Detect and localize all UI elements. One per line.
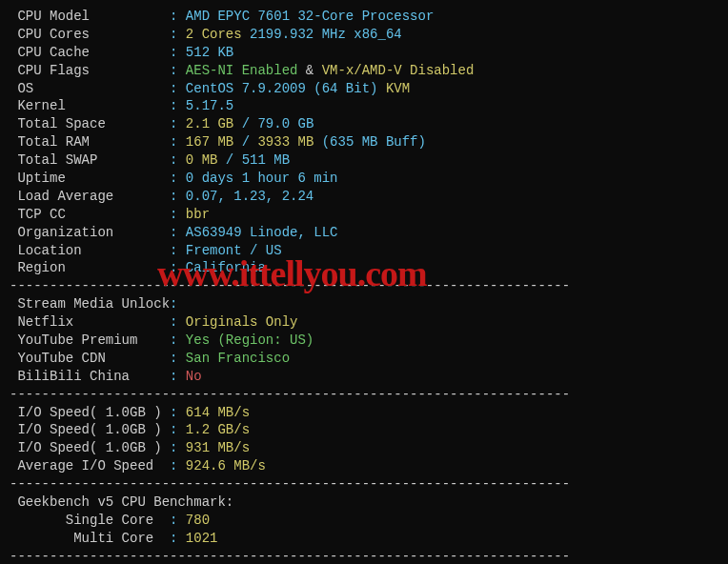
cpu-cache-row: CPU Cache : 512 KB [10, 44, 718, 62]
uptime-value: 0 days 1 hour 6 min [186, 171, 338, 186]
cpu-cores-row: CPU Cores : 2 Cores 2199.932 MHz x86_64 [10, 26, 718, 44]
separator: : [170, 440, 186, 455]
bilibili-value: No [186, 369, 202, 384]
swap-label: Total SWAP [10, 152, 170, 168]
stream-header-row: Stream Media Unlock: [10, 295, 718, 313]
separator: : [170, 116, 186, 131]
separator: : [170, 243, 186, 258]
uptime-row: Uptime : 0 days 1 hour 6 min [10, 170, 718, 188]
divider: ----------------------------------------… [10, 277, 718, 295]
youtube-premium-label: YouTube Premium [10, 332, 170, 348]
location-label: Location [10, 243, 170, 258]
separator: : [170, 45, 186, 60]
slash: / [242, 134, 258, 150]
io-speed-3-row: I/O Speed( 1.0GB ) : 931 MB/s [10, 439, 718, 457]
kernel-value: 5.17.5 [186, 98, 233, 113]
org-value: AS63949 Linode, LLC [186, 225, 338, 240]
region-label: Region [10, 260, 170, 275]
io-avg-label: Average I/O Speed [10, 458, 170, 473]
separator: : [170, 171, 186, 186]
bilibili-label: BiliBili China [10, 369, 170, 384]
io-speed-1-row: I/O Speed( 1.0GB ) : 614 MB/s [10, 404, 718, 422]
io-speed-1-value: 614 MB/s [186, 405, 250, 420]
cpu-cache-value: 512 KB [186, 45, 233, 60]
region-row: Region : California [10, 259, 718, 277]
io-speed-2-label: I/O Speed( 1.0GB ) [10, 422, 170, 437]
cpu-flags-label: CPU Flags [10, 63, 170, 78]
separator: : [170, 531, 186, 546]
org-label: Organization [10, 225, 170, 240]
space-used: 2.1 GB [186, 116, 242, 131]
amp: & [297, 63, 321, 78]
load-row: Load Average : 0.07, 1.23, 2.24 [10, 188, 718, 206]
separator: : [170, 81, 186, 96]
separator: : [170, 9, 186, 24]
youtube-cdn-label: YouTube CDN [10, 351, 170, 366]
ram-label: Total RAM [10, 134, 170, 150]
cpu-model-label: CPU Model [10, 9, 170, 24]
cpu-frequency: 2199.932 MHz [250, 27, 354, 42]
separator: : [170, 351, 186, 366]
io-speed-3-label: I/O Speed( 1.0GB ) [10, 440, 170, 455]
geekbench-multi-label: Multi Core [10, 531, 170, 546]
separator: : [170, 63, 186, 78]
separator: : [170, 405, 186, 420]
tcp-label: TCP CC [10, 207, 170, 222]
bilibili-row: BiliBili China : No [10, 368, 718, 386]
separator: : [170, 513, 186, 528]
geekbench-multi-value: 1021 [186, 531, 218, 546]
cpu-model-value: AMD EPYC 7601 32-Core Processor [186, 9, 434, 24]
separator: : [170, 98, 186, 113]
separator: : [170, 207, 186, 222]
tcp-value: bbr [186, 207, 210, 222]
cpu-arch: x86_64 [354, 27, 401, 42]
separator: : [170, 458, 186, 473]
org-row: Organization : AS63949 Linode, LLC [10, 224, 718, 242]
ram-total: 3933 MB [257, 134, 321, 150]
io-speed-2-row: I/O Speed( 1.0GB ) : 1.2 GB/s [10, 421, 718, 439]
divider: ----------------------------------------… [10, 475, 718, 494]
separator: : [170, 152, 186, 168]
space-label: Total Space [10, 116, 170, 131]
separator: : [170, 27, 186, 42]
separator: : [170, 260, 186, 275]
youtube-cdn-value: San Francisco [186, 351, 290, 366]
space-total: 79.0 GB [257, 116, 313, 131]
ram-used: 167 MB [186, 134, 242, 150]
ram-buff: (635 MB Buff) [322, 134, 426, 150]
netflix-row: Netflix : Originals Only [10, 313, 718, 332]
netflix-value: Originals Only [186, 314, 298, 330]
slash: / [242, 116, 258, 131]
separator: : [170, 134, 186, 150]
separator: : [170, 314, 186, 330]
os-value: CentOS 7.9.2009 (64 Bit) [186, 81, 378, 96]
geekbench-single-row: Single Core : 780 [10, 512, 718, 530]
load-label: Load Average [10, 189, 170, 204]
io-speed-1-label: I/O Speed( 1.0GB ) [10, 405, 170, 420]
separator: : [170, 369, 186, 384]
youtube-premium-row: YouTube Premium : Yes (Region: US) [10, 332, 718, 350]
slash: / [226, 152, 242, 168]
io-speed-2-value: 1.2 GB/s [186, 422, 250, 437]
divider: ----------------------------------------… [10, 386, 718, 404]
os-label: OS [10, 81, 170, 96]
io-speed-3-value: 931 MB/s [186, 440, 250, 455]
swap-row: Total SWAP : 0 MB / 511 MB [10, 151, 718, 170]
region-value: California [186, 260, 266, 275]
geekbench-header-text: Geekbench v5 CPU Benchmark: [10, 494, 233, 510]
ram-row: Total RAM : 167 MB / 3933 MB (635 MB Buf… [10, 133, 718, 151]
separator: : [170, 296, 177, 312]
load-value: 0.07, 1.23, 2.24 [186, 189, 313, 204]
location-value: Fremont / US [186, 243, 282, 258]
cpu-flag-aesni: AES-NI Enabled [186, 63, 298, 78]
cpu-flag-vmx: VM-x/AMD-V Disabled [322, 63, 475, 78]
geekbench-multi-row: Multi Core : 1021 [10, 530, 718, 548]
cpu-cores-count: 2 Cores [186, 27, 250, 42]
separator: : [170, 225, 186, 240]
kernel-row: Kernel : 5.17.5 [10, 97, 718, 115]
separator: : [170, 189, 186, 204]
location-row: Location : Fremont / US [10, 242, 718, 260]
cpu-model-row: CPU Model : AMD EPYC 7601 32-Core Proces… [10, 8, 718, 26]
cpu-cores-label: CPU Cores [10, 27, 170, 42]
swap-used: 0 MB [186, 152, 226, 168]
